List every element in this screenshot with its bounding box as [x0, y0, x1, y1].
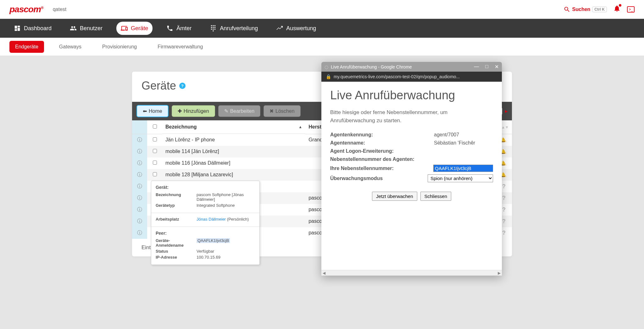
popup-titlebar[interactable]: ◌ Live Anrufüberwachung - Google Chrome …: [321, 62, 502, 72]
col-header-bezeichnung[interactable]: Bezeichnung▲: [162, 120, 305, 134]
tooltip-section-device: Gerät:: [156, 185, 255, 190]
monitor-popup-window: ◌ Live Anrufüberwachung - Google Chrome …: [321, 62, 502, 276]
lock-icon: 🔒: [326, 74, 331, 79]
nav-dashboard[interactable]: Dashboard: [9, 22, 56, 35]
subnav-gateways[interactable]: Gateways: [53, 41, 87, 53]
plus-icon: ✚: [178, 108, 182, 114]
pencil-icon: ✎: [224, 108, 228, 114]
devices-icon: [121, 25, 128, 32]
cell-bezeichnung: mobile 116 [Jönas Dällmeier]: [162, 157, 305, 169]
select-all-checkbox[interactable]: [153, 124, 157, 129]
dialpad-icon: [210, 25, 217, 32]
status-unknown-icon: ?: [502, 206, 506, 213]
device-tooltip: Gerät: Bezeichnungpascom Softphone [Jöna…: [151, 181, 260, 265]
popup-title: Live Anrufüberwachung: [330, 89, 493, 102]
subnav-endpoints[interactable]: Endgeräte: [9, 41, 44, 53]
analytics-icon: [276, 25, 283, 32]
window-close-icon[interactable]: ✕: [495, 64, 499, 70]
monitor-mode-select[interactable]: Spion (nur anhören): [428, 174, 493, 182]
search-icon: [564, 6, 570, 13]
users-icon: [70, 25, 77, 32]
home-button[interactable]: ⬅Home: [136, 105, 169, 117]
arrow-left-icon: ⬅: [143, 108, 147, 114]
info-icon[interactable]: ⓘ: [137, 160, 142, 166]
tooltip-section-peer: Peer:: [156, 231, 255, 236]
status-unknown-icon: ?: [502, 218, 506, 224]
global-search-button[interactable]: Suchen Ctrl K: [564, 6, 607, 13]
edit-button[interactable]: ✎Bearbeiten: [218, 105, 260, 117]
status-unknown-icon: ?: [502, 230, 506, 236]
notifications-icon[interactable]: [613, 5, 621, 14]
nav-routing[interactable]: Anrufverteilung: [205, 22, 262, 35]
info-icon[interactable]: ⓘ: [137, 172, 142, 177]
row-checkbox[interactable]: [153, 161, 157, 165]
window-maximize-icon[interactable]: □: [485, 64, 488, 70]
popup-description: Bitte hiesige oder ferne Nebenstellennum…: [330, 108, 493, 124]
window-minimize-icon[interactable]: —: [474, 64, 479, 70]
cell-bezeichnung: Jän Lörênz - IP phone: [162, 134, 305, 146]
sort-asc-icon: ▲: [298, 125, 302, 129]
status-unknown-icon: ?: [502, 183, 506, 189]
popup-scrollbar[interactable]: ◀▶: [321, 270, 502, 276]
cell-bezeichnung: mobile 114 [Jän Lörênz]: [162, 146, 305, 157]
info-icon[interactable]: ⓘ: [137, 207, 142, 212]
info-icon[interactable]: ⓘ: [137, 195, 142, 200]
nav-users[interactable]: Benutzer: [65, 22, 107, 35]
row-checkbox[interactable]: [153, 137, 157, 141]
x-icon: ✖: [269, 108, 274, 114]
chrome-icon: ◌: [325, 64, 328, 69]
info-icon[interactable]: ⓘ: [137, 218, 142, 224]
terminal-icon[interactable]: >_: [627, 6, 635, 13]
status-unknown-icon: ?: [502, 195, 506, 201]
popup-url-bar: 🔒 my.queuemetrics-live.com/pascom-test-0…: [321, 72, 502, 82]
search-label: Suchen: [572, 7, 591, 12]
row-checkbox[interactable]: [153, 149, 157, 153]
cell-bezeichnung: mobile 128 [Miljana Lazarevic]: [162, 169, 305, 181]
popup-close-button[interactable]: Schliessen: [420, 192, 452, 201]
triangle-icon: ▶: [505, 109, 508, 113]
info-icon[interactable]: ⓘ: [137, 149, 142, 154]
brand-logo: pascom®: [9, 4, 43, 14]
tenant-name: qatest: [53, 7, 67, 12]
delete-button[interactable]: ✖Löschen: [264, 105, 301, 117]
phone-icon: [166, 25, 173, 32]
dashboard-icon: [14, 25, 21, 32]
search-shortcut: Ctrl K: [592, 7, 607, 12]
monitor-now-button[interactable]: Jetzt überwachen: [372, 192, 417, 201]
subnav-provisioning[interactable]: Provisionierung: [97, 41, 142, 53]
bell-icon: [613, 5, 621, 12]
info-icon[interactable]: ⓘ: [137, 230, 142, 235]
extension-input[interactable]: [433, 165, 493, 172]
workplace-link[interactable]: Jönas Dällmeier: [197, 217, 226, 222]
nav-analytics[interactable]: Auswertung: [272, 22, 320, 35]
help-icon[interactable]: ?: [179, 83, 186, 89]
subnav-firmware[interactable]: Firmwareverwaltung: [152, 41, 208, 53]
nav-trunks[interactable]: Ämter: [162, 22, 196, 35]
add-button[interactable]: ✚Hinzufügen: [172, 105, 215, 117]
nav-devices[interactable]: Geräte: [116, 22, 153, 35]
row-checkbox[interactable]: [153, 172, 157, 176]
info-icon[interactable]: ⓘ: [137, 137, 142, 142]
info-icon[interactable]: ⓘ: [137, 184, 142, 189]
